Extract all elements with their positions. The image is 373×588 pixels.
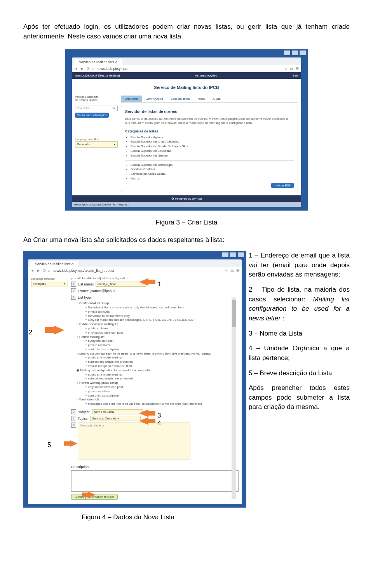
menu-icon[interactable]: ☰ bbox=[236, 269, 239, 273]
opt-label: Web forum ML bbox=[79, 398, 99, 401]
browser-tab-strip: Servico de Mailing lists d bbox=[72, 57, 301, 65]
figure-4-caption: Figura 4 – Dados da Nova Lista bbox=[82, 513, 350, 521]
annotation-number-5: 5 bbox=[47, 441, 51, 449]
topics-select[interactable]: Servicos Centrais ▾ bbox=[90, 416, 141, 421]
help-icon[interactable]: ? bbox=[71, 295, 76, 300]
browser-tab[interactable]: Servico de Mailing lists d bbox=[74, 59, 122, 65]
help-icon[interactable]: ? bbox=[71, 423, 76, 428]
arrow-icon bbox=[54, 325, 64, 335]
user-options-link[interactable]: As suas opções bbox=[195, 74, 217, 77]
list-type-options: ○ Confidential list setup ∘ No subscript… bbox=[77, 301, 239, 406]
subscriptions-button[interactable]: Ver as suas subscrições bbox=[75, 113, 109, 118]
help-icon[interactable]: ? bbox=[71, 416, 76, 421]
description-textarea[interactable]: Descrição da lista bbox=[78, 423, 190, 459]
bookmark-icon[interactable]: ▤ bbox=[230, 269, 234, 273]
footer-text: Powered by Sympa bbox=[175, 197, 202, 200]
panel-description: Este servidor dá acesso ao ambiente da s… bbox=[125, 117, 294, 125]
forward-icon[interactable]: ► bbox=[37, 268, 40, 273]
tab-inicio[interactable]: Início bbox=[193, 96, 209, 102]
home-icon[interactable]: ⌂ bbox=[92, 66, 94, 71]
legend-item-1: 1 – Endereço de email que a lista vai te… bbox=[249, 251, 350, 280]
opt-sub: public archives bbox=[88, 327, 108, 330]
search-input[interactable]: Search list 🔍 bbox=[75, 106, 118, 111]
opt-sub: private archives bbox=[88, 343, 110, 347]
categories-list-a: Escola Superior Agraria Escola Superior … bbox=[131, 136, 294, 158]
maximize-icon[interactable] bbox=[230, 252, 236, 257]
star-icon[interactable]: ☆ bbox=[284, 67, 288, 71]
tab-lista-de-listas[interactable]: Lista de listas bbox=[167, 96, 193, 102]
url-field[interactable]: news.ipcb.pt/sympa/create_list_request bbox=[53, 269, 223, 273]
logout-link[interactable]: Sair bbox=[293, 74, 298, 77]
radio-private-group[interactable]: ○ bbox=[77, 381, 78, 384]
forward-icon[interactable]: ► bbox=[80, 66, 84, 71]
reload-icon[interactable]: ⟳ bbox=[43, 268, 46, 273]
help-icon[interactable]: ? bbox=[71, 288, 76, 293]
radio-web-forum[interactable]: ○ bbox=[77, 398, 78, 401]
topics-value: Servicos Centrais bbox=[92, 417, 117, 420]
tab-criar-lista[interactable]: Criar lista bbox=[121, 96, 142, 102]
opt-label: Private working group setup bbox=[79, 381, 118, 384]
opt-label: Mailing list configuration to be used fo… bbox=[80, 369, 152, 372]
radio-newsletter[interactable]: ◉ bbox=[77, 369, 79, 372]
list-item[interactable]: Outros bbox=[131, 177, 294, 181]
star-icon[interactable]: ☆ bbox=[225, 269, 228, 273]
minimize-icon[interactable] bbox=[222, 252, 228, 257]
language-value: Português bbox=[77, 143, 90, 146]
radio-public-discussion[interactable]: ○ bbox=[77, 322, 78, 326]
intro-paragraph: Após ter efetuado login, os utilizadores… bbox=[23, 22, 350, 41]
rss-button[interactable]: Notícias RSS bbox=[271, 183, 294, 188]
description-box[interactable] bbox=[71, 470, 239, 492]
opt-sub: everyone can post bbox=[88, 339, 113, 343]
mid-paragraph: Ao Criar uma nova lista são solicitados … bbox=[23, 236, 350, 244]
arrow-icon bbox=[139, 409, 148, 417]
list-item[interactable]: Escola Superior de Artes Aplicadas bbox=[131, 140, 294, 144]
legend-item-4: 4 – Unidade Orgânica a que a lista perte… bbox=[249, 344, 350, 363]
subject-input[interactable]: Nome da Lista bbox=[92, 409, 143, 414]
back-icon[interactable]: ◄ bbox=[74, 66, 78, 71]
tab-gerir-sympa[interactable]: Gerir Sympa bbox=[142, 96, 167, 102]
language-select[interactable]: Português ▾ bbox=[75, 141, 118, 148]
home-icon[interactable]: ⌂ bbox=[48, 268, 51, 273]
browser-tab[interactable]: Servico de Mailing lists d bbox=[30, 261, 78, 267]
help-icon[interactable]: ? bbox=[71, 409, 76, 414]
list-item[interactable]: Escola Superior de Tecnologia bbox=[131, 163, 294, 167]
institute-name: Instituto Politécnico de Castelo Branco bbox=[75, 96, 118, 101]
opt-sub: subscribers emails are protected bbox=[88, 377, 133, 380]
list-item[interactable]: Escola Superior Agraria bbox=[131, 136, 294, 140]
help-icon[interactable]: ? bbox=[71, 282, 76, 287]
radio-hotline[interactable]: ○ bbox=[77, 335, 78, 339]
menu-icon[interactable]: ☰ bbox=[296, 67, 299, 71]
scrollbar-thumb[interactable] bbox=[232, 300, 236, 327]
tab-ajuda[interactable]: Ajuda bbox=[209, 96, 224, 102]
opt-label: Mailing list configuration to be used fo… bbox=[79, 352, 211, 355]
legend-item-5: 5 – Breve descrição da Lista bbox=[249, 369, 350, 378]
list-item[interactable]: Servicos de Accao Social bbox=[131, 172, 294, 176]
maximize-icon[interactable] bbox=[292, 50, 298, 55]
close-icon[interactable] bbox=[300, 50, 306, 55]
back-icon[interactable]: ◄ bbox=[30, 268, 34, 273]
bookmark-icon[interactable]: ▤ bbox=[290, 67, 293, 71]
opt-sub: subscribers emails are protected bbox=[88, 360, 133, 364]
minimize-icon[interactable] bbox=[284, 50, 290, 55]
content-panel: Servidor de listas de correio Este servi… bbox=[121, 105, 298, 192]
close-icon[interactable] bbox=[238, 252, 244, 257]
status-bar: news.ipcb.pt/sympa/create_list_request bbox=[72, 202, 301, 207]
reload-icon[interactable]: ⟳ bbox=[87, 66, 90, 71]
radio-confidential[interactable]: ○ bbox=[77, 301, 78, 305]
list-item[interactable]: Escola Superior de Gestao bbox=[131, 154, 294, 158]
language-select[interactable]: Português ▾ bbox=[31, 281, 68, 287]
scrollbar[interactable] bbox=[232, 297, 236, 499]
opt-sub: public and moderated list bbox=[88, 356, 122, 359]
list-name-input[interactable]: email_a_ficar bbox=[96, 282, 146, 287]
list-item[interactable]: Servicos Centrais bbox=[131, 167, 294, 172]
list-item[interactable]: Escola Superior de Saude Dr. Lopes Dias bbox=[131, 144, 294, 149]
url-field[interactable]: news.ipcb.pt/sympa bbox=[97, 67, 282, 71]
list-item[interactable]: Escola Superior de Educacao bbox=[131, 149, 294, 153]
panel-heading: Servidor de listas de correio bbox=[125, 109, 294, 115]
opt-sub: default reception format is HTML bbox=[88, 364, 133, 368]
owner-label: Owner: bbox=[78, 289, 89, 293]
search-icon[interactable]: 🔍 bbox=[112, 107, 116, 110]
subject-label: Subject: bbox=[78, 410, 91, 414]
radio-newsletter-html[interactable]: ○ bbox=[77, 352, 78, 355]
nav-tabs: Criar lista Gerir Sympa Lista de listas … bbox=[121, 96, 298, 103]
